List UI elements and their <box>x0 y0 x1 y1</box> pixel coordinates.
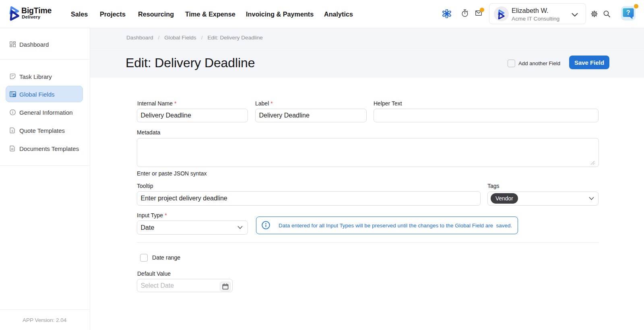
svg-text:?: ? <box>626 9 630 16</box>
svg-text:$: $ <box>11 129 13 133</box>
